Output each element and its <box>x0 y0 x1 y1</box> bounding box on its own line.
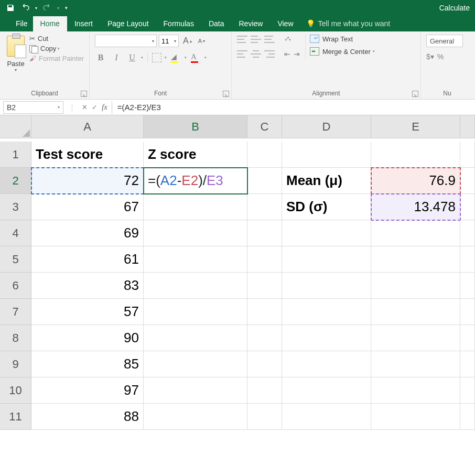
cell-D6[interactable] <box>282 273 371 299</box>
cell-ex5[interactable] <box>460 246 475 273</box>
cell-A7[interactable]: 57 <box>31 299 144 325</box>
cell-E11[interactable] <box>371 404 460 430</box>
fx-icon[interactable]: fx <box>102 103 107 112</box>
row-header-2[interactable]: 2 <box>0 168 31 194</box>
accept-formula-button[interactable]: ✓ <box>92 103 98 111</box>
cell-E1[interactable] <box>371 142 460 168</box>
cell-B1[interactable]: Z score <box>144 142 247 168</box>
col-header-E[interactable]: E <box>371 115 460 138</box>
italic-button[interactable]: I <box>111 53 122 62</box>
row-header-6[interactable]: 6 <box>0 273 31 299</box>
tab-review[interactable]: Review <box>232 16 271 31</box>
font-color-button[interactable]: A <box>191 52 201 63</box>
cell-C1[interactable] <box>247 142 282 168</box>
align-center-button[interactable] <box>251 49 261 59</box>
cell-A1[interactable]: Test score <box>31 142 144 168</box>
paste-dropdown-icon[interactable]: ▾ <box>15 68 17 72</box>
row-header-8[interactable]: 8 <box>0 325 31 351</box>
cell-C11[interactable] <box>247 404 282 430</box>
cell-A6[interactable]: 83 <box>31 273 144 299</box>
increase-font-button[interactable]: A▴ <box>181 35 194 47</box>
cell-E10[interactable] <box>371 377 460 404</box>
cell-ex2[interactable] <box>460 168 475 194</box>
cell-E2[interactable]: 76.9 <box>371 168 460 194</box>
cell-D1[interactable] <box>282 142 371 168</box>
cell-ex11[interactable] <box>460 404 475 430</box>
merge-dropdown[interactable]: ▾ <box>373 49 375 53</box>
cell-D9[interactable] <box>282 351 371 377</box>
cell-B3[interactable] <box>144 194 247 220</box>
wrap-text-button[interactable]: Wrap Text <box>310 35 375 43</box>
cell-D8[interactable] <box>282 325 371 351</box>
copy-dropdown-icon[interactable]: ▾ <box>58 47 60 51</box>
cell-B10[interactable] <box>144 377 247 404</box>
row-header-3[interactable]: 3 <box>0 194 31 220</box>
cell-E7[interactable] <box>371 299 460 325</box>
decrease-indent-button[interactable]: ⇤ <box>284 49 290 59</box>
font-dialog-launcher[interactable] <box>223 91 229 97</box>
copy-button[interactable]: Copy▾ <box>29 45 84 52</box>
row-header-5[interactable]: 5 <box>0 246 31 273</box>
cell-C9[interactable] <box>247 351 282 377</box>
cell-C8[interactable] <box>247 325 282 351</box>
format-painter-button[interactable]: 🖌Format Painter <box>29 55 84 62</box>
col-header-D[interactable]: D <box>282 115 371 138</box>
number-format-combo[interactable]: General <box>426 35 463 47</box>
clipboard-dialog-launcher[interactable] <box>81 91 87 97</box>
merge-center-button[interactable]: Merge & Center ▾ <box>310 47 375 56</box>
cell-C10[interactable] <box>247 377 282 404</box>
cell-A11[interactable]: 88 <box>31 404 144 430</box>
col-header-B[interactable]: B <box>144 115 247 138</box>
cell-B9[interactable] <box>144 351 247 377</box>
cell-C7[interactable] <box>247 299 282 325</box>
save-button[interactable] <box>4 2 17 14</box>
spreadsheet-grid[interactable]: A B C D E 1 Test score Z score 2 72 =(A2… <box>0 115 475 430</box>
cell-ex9[interactable] <box>460 351 475 377</box>
cell-B4[interactable] <box>144 220 247 246</box>
select-all-corner[interactable] <box>0 115 31 138</box>
cell-B11[interactable] <box>144 404 247 430</box>
row-header-7[interactable]: 7 <box>0 299 31 325</box>
borders-dropdown[interactable]: ▾ <box>165 56 167 60</box>
align-right-button[interactable] <box>264 49 275 59</box>
tab-formulas[interactable]: Formulas <box>156 16 201 31</box>
cell-C3[interactable] <box>247 194 282 220</box>
cell-E8[interactable] <box>371 325 460 351</box>
row-header-11[interactable]: 11 <box>0 404 31 430</box>
cell-ex1[interactable] <box>460 142 475 168</box>
col-header-extra[interactable] <box>460 115 475 138</box>
tab-data[interactable]: Data <box>201 16 232 31</box>
font-size-combo[interactable]: 11▾ <box>159 35 179 47</box>
cell-ex3[interactable] <box>460 194 475 220</box>
cell-A3[interactable]: 67 <box>31 194 144 220</box>
increase-indent-button[interactable]: ⇥ <box>294 49 300 59</box>
fill-dropdown[interactable]: ▾ <box>185 56 187 60</box>
underline-button[interactable]: U <box>126 53 138 62</box>
cell-A10[interactable]: 97 <box>31 377 144 404</box>
fill-color-button[interactable]: ◢ <box>171 52 181 63</box>
accounting-format-button[interactable]: $▾ <box>426 52 434 61</box>
cell-B5[interactable] <box>144 246 247 273</box>
cell-ex8[interactable] <box>460 325 475 351</box>
row-header-4[interactable]: 4 <box>0 220 31 246</box>
cell-C2[interactable] <box>247 168 282 194</box>
formula-input[interactable]: =(A2-E2)/E3 <box>112 101 475 114</box>
cell-ex6[interactable] <box>460 273 475 299</box>
cell-D7[interactable] <box>282 299 371 325</box>
underline-dropdown[interactable]: ▾ <box>141 56 143 60</box>
align-top-button[interactable] <box>237 35 247 44</box>
paste-button[interactable]: Paste ▾ <box>5 35 26 72</box>
alignment-dialog-launcher[interactable] <box>412 91 418 97</box>
cell-B2[interactable]: =(A2-E2)/E3 <box>144 168 247 194</box>
align-left-button[interactable] <box>237 49 247 59</box>
cell-C4[interactable] <box>247 220 282 246</box>
cell-D11[interactable] <box>282 404 371 430</box>
cell-D4[interactable] <box>282 220 371 246</box>
cell-A5[interactable]: 61 <box>31 246 144 273</box>
fontcolor-dropdown[interactable]: ▾ <box>204 56 207 60</box>
cell-A9[interactable]: 85 <box>31 351 144 377</box>
cell-E6[interactable] <box>371 273 460 299</box>
row-header-1[interactable]: 1 <box>0 142 31 168</box>
bold-button[interactable]: B <box>95 53 106 62</box>
cell-ex10[interactable] <box>460 377 475 404</box>
